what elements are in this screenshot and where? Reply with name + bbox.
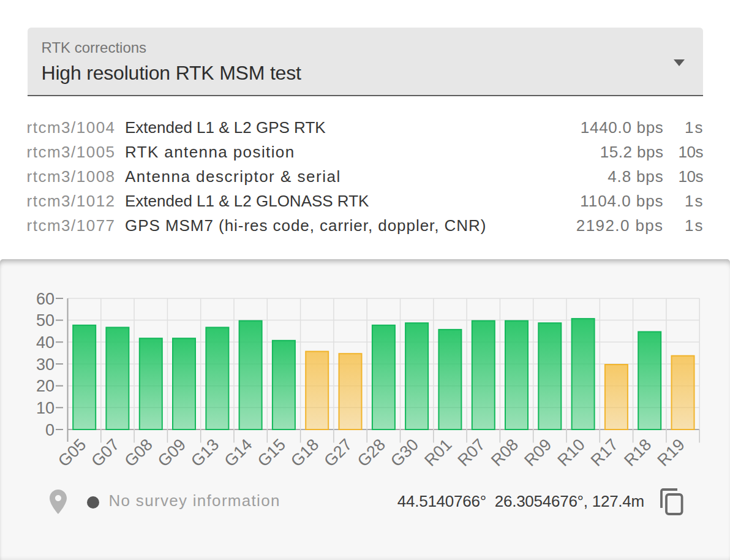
svg-text:G09: G09 bbox=[154, 435, 189, 470]
svg-text:20: 20 bbox=[36, 377, 55, 395]
svg-text:R01: R01 bbox=[421, 435, 455, 469]
svg-text:G05: G05 bbox=[55, 435, 89, 470]
svg-text:G08: G08 bbox=[121, 435, 156, 470]
svg-text:R08: R08 bbox=[487, 435, 522, 469]
svg-text:G27: G27 bbox=[320, 435, 355, 470]
svg-text:30: 30 bbox=[36, 355, 55, 374]
svg-text:0: 0 bbox=[45, 421, 55, 439]
svg-text:G15: G15 bbox=[254, 435, 289, 470]
svg-text:R19: R19 bbox=[654, 435, 688, 469]
svg-text:G18: G18 bbox=[287, 435, 322, 470]
svg-text:G14: G14 bbox=[220, 435, 255, 470]
svg-text:R17: R17 bbox=[587, 435, 622, 469]
svg-text:R09: R09 bbox=[521, 435, 555, 469]
svg-text:40: 40 bbox=[36, 333, 55, 352]
svg-text:R18: R18 bbox=[620, 435, 655, 469]
svg-text:50: 50 bbox=[36, 311, 55, 330]
svg-text:G07: G07 bbox=[88, 435, 122, 470]
svg-text:60: 60 bbox=[36, 290, 55, 308]
svg-text:R07: R07 bbox=[454, 435, 489, 469]
svg-text:10: 10 bbox=[36, 399, 55, 417]
svg-text:G28: G28 bbox=[354, 435, 389, 470]
svg-text:G30: G30 bbox=[387, 435, 422, 470]
svg-text:G13: G13 bbox=[187, 435, 222, 470]
svg-text:R10: R10 bbox=[554, 435, 589, 469]
